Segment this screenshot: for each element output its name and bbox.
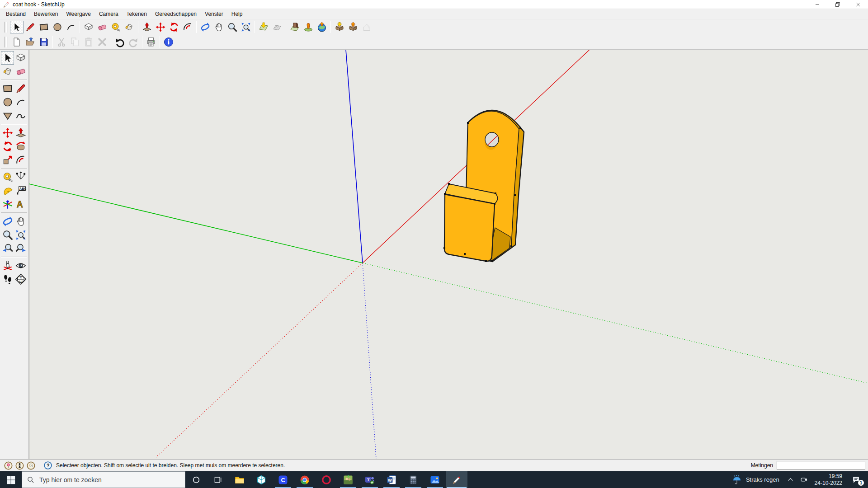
hidden-icons-button[interactable] <box>784 471 797 488</box>
taskbar-app-3d-viewer[interactable] <box>250 471 272 488</box>
line-tool-button[interactable] <box>14 82 27 95</box>
share-model-tool-button[interactable] <box>346 21 360 33</box>
rotate-tool-button[interactable] <box>1 140 14 153</box>
cortana-button[interactable] <box>185 471 207 488</box>
save-tool-button[interactable] <box>37 36 51 48</box>
eraser-tool-button[interactable] <box>95 21 109 33</box>
google-earth-tool-button[interactable] <box>315 21 329 33</box>
menu-bewerken[interactable]: Bewerken <box>30 9 62 19</box>
print-tool-button[interactable] <box>144 36 158 48</box>
taskbar-app-file-explorer[interactable] <box>229 471 250 488</box>
model-info-tool-button[interactable] <box>162 36 175 48</box>
freehand-tool-button[interactable] <box>14 109 27 122</box>
coat-hook-model[interactable] <box>443 110 524 262</box>
menu-tekenen[interactable]: Tekenen <box>123 9 151 19</box>
offset-tool-button[interactable] <box>14 153 27 167</box>
restore-button[interactable] <box>827 0 848 9</box>
rotate-tool-button[interactable] <box>167 21 181 33</box>
get-models-tool-button[interactable] <box>333 21 346 33</box>
circle-tool-button[interactable] <box>51 21 64 33</box>
offset-tool-button[interactable] <box>181 21 194 33</box>
arc-tool-button[interactable] <box>14 95 27 109</box>
claim-credit-button[interactable] <box>15 461 24 470</box>
photo-textures-tool-button[interactable] <box>288 21 302 33</box>
pan-tool-button[interactable] <box>14 215 27 228</box>
add-location-tool-button[interactable] <box>257 21 270 33</box>
taskbar-app-word[interactable]: W <box>381 471 402 488</box>
taskbar-app-calculator[interactable] <box>402 471 424 488</box>
eraser-tool-button[interactable] <box>14 65 27 78</box>
select-tool-button[interactable] <box>10 21 24 33</box>
taskbar-app-chrome[interactable] <box>294 471 316 488</box>
close-button[interactable] <box>848 0 868 9</box>
move-tool-button[interactable] <box>154 21 167 33</box>
toolbar-grip[interactable] <box>6 22 8 33</box>
minimize-button[interactable] <box>807 0 827 9</box>
zoom-next-tool-button[interactable] <box>14 242 27 255</box>
make-component-tool-button[interactable] <box>14 51 27 65</box>
axes-tool-button[interactable] <box>1 197 14 211</box>
rectangle-tool-button[interactable] <box>1 82 14 95</box>
task-view-button[interactable] <box>207 471 229 488</box>
line-tool-button[interactable] <box>24 21 37 33</box>
paint-bucket-tool-button[interactable] <box>123 21 136 33</box>
new-tool-button[interactable] <box>10 36 24 48</box>
geolocation-button[interactable] <box>4 461 13 470</box>
zoom-previous-tool-button[interactable] <box>1 242 14 255</box>
menu-weergave[interactable]: Weergave <box>62 9 94 19</box>
zoom-tool-button[interactable] <box>1 228 14 242</box>
menu-camera[interactable]: Camera <box>95 9 123 19</box>
viewport-canvas[interactable] <box>29 50 868 459</box>
walk-tool-button[interactable] <box>1 272 14 286</box>
toolbar-grip[interactable] <box>3 37 5 47</box>
section-plane-tool-button[interactable]: CA-5 <box>14 272 27 286</box>
protractor-tool-button[interactable] <box>1 184 14 197</box>
taskbar-search[interactable]: Typ hier om te zoeken <box>22 471 185 488</box>
scale-tool-button[interactable] <box>1 153 14 167</box>
taskbar-app-photos[interactable] <box>424 471 446 488</box>
tape-measure-tool-button[interactable] <box>1 170 14 184</box>
menu-help[interactable]: Help <box>227 9 247 19</box>
toolbar-grip[interactable] <box>6 37 8 47</box>
paint-bucket-tool-button[interactable] <box>1 65 14 78</box>
undo-tool-button[interactable] <box>113 36 127 48</box>
zoom-extents-tool-button[interactable] <box>14 228 27 242</box>
taskbar-app-teams[interactable]: T <box>359 471 381 488</box>
open-tool-button[interactable] <box>24 36 37 48</box>
menu-venster[interactable]: Venster <box>201 9 227 19</box>
zoom-extents-tool-button[interactable] <box>239 21 253 33</box>
help-icon[interactable]: ? <box>43 461 52 470</box>
taskbar-app-opera-gx[interactable] <box>316 471 337 488</box>
measurements-input[interactable] <box>777 461 865 470</box>
toolbar-grip[interactable] <box>3 22 5 33</box>
sign-in-button[interactable]: G <box>26 461 36 470</box>
taskbar-app-sims-4[interactable] <box>337 471 359 488</box>
text-tool-button[interactable]: ABC <box>14 184 27 197</box>
pan-tool-button[interactable] <box>212 21 226 33</box>
menu-bestand[interactable]: Bestand <box>2 9 30 19</box>
position-model-tool-button[interactable] <box>302 21 315 33</box>
look-around-tool-button[interactable] <box>14 259 27 272</box>
menu-gereedschappen[interactable]: Gereedschappen <box>151 9 201 19</box>
action-center-button[interactable]: 1 <box>846 471 866 488</box>
polygon-tool-button[interactable] <box>1 109 14 122</box>
circle-tool-button[interactable] <box>1 95 14 109</box>
taskbar-app-sketchup[interactable] <box>446 471 467 488</box>
toggle-terrain-tool-button[interactable] <box>270 21 284 33</box>
arc-tool-button[interactable] <box>64 21 78 33</box>
dimension-tool-button[interactable] <box>14 170 27 184</box>
orbit-tool-button[interactable] <box>1 215 14 228</box>
orbit-tool-button[interactable] <box>198 21 212 33</box>
push-pull-tool-button[interactable] <box>140 21 154 33</box>
weather-widget[interactable]: Straks regen <box>727 474 784 485</box>
follow-me-tool-button[interactable] <box>14 140 27 153</box>
select-tool-button[interactable] <box>1 51 14 65</box>
position-camera-tool-button[interactable] <box>1 259 14 272</box>
move-tool-button[interactable] <box>1 126 14 140</box>
3d-text-tool-button[interactable]: A <box>14 197 27 211</box>
start-button[interactable] <box>0 471 22 488</box>
zoom-tool-button[interactable] <box>226 21 239 33</box>
taskbar-app-clipchamp[interactable]: C <box>272 471 294 488</box>
tape-measure-tool-button[interactable] <box>109 21 123 33</box>
make-component-tool-button[interactable] <box>82 21 95 33</box>
